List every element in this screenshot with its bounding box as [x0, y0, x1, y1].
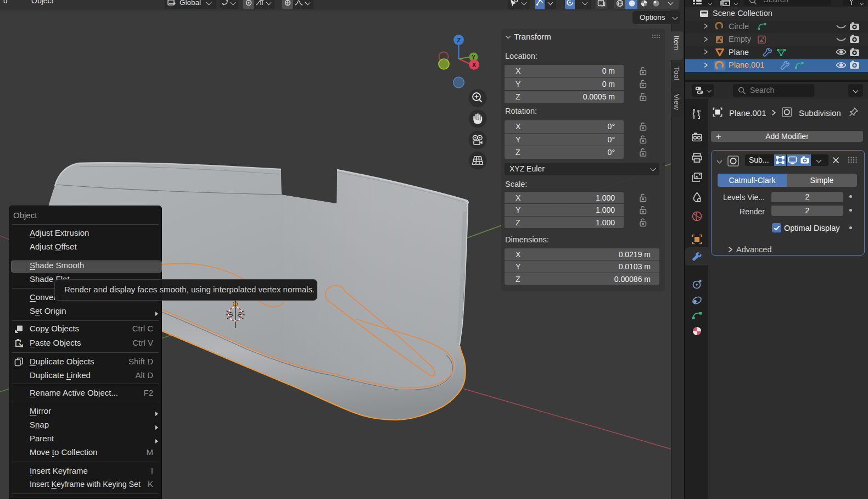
svg-text:X: X — [472, 62, 476, 68]
svg-text:Y: Y — [472, 54, 475, 60]
svg-text:Z: Z — [457, 37, 461, 43]
